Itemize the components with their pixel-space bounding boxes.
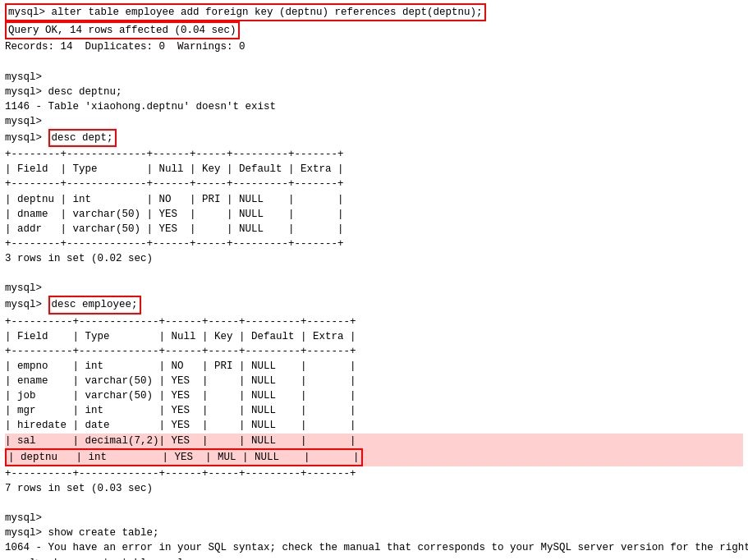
- prompt1: mysql>: [5, 70, 743, 85]
- blank2: [5, 266, 743, 281]
- redbox-desc-employee: desc employee;: [48, 296, 141, 314]
- redbox-desc-dept: desc dept;: [48, 129, 117, 147]
- terminal: mysql> alter table employee add foreign …: [0, 0, 748, 560]
- prompt2: mysql>: [5, 114, 743, 129]
- show-create-table-err-cmd: mysql> show create table;: [5, 526, 743, 540]
- records-line: Records: 14 Duplicates: 0 Warnings: 0: [5, 39, 743, 54]
- emp-table-header: | Field | Type | Null | Key | Default | …: [5, 329, 743, 344]
- emp-table-border1: +----------+-------------+------+-----+-…: [5, 314, 743, 329]
- query-ok: Query OK, 14 rows affected (0.04 sec): [5, 21, 743, 39]
- dept-table-border3: +--------+-------------+------+-----+---…: [5, 236, 743, 251]
- alter-table-cmd: mysql> alter table employee add foreign …: [5, 3, 743, 21]
- emp-rows-info: 7 rows in set (0.03 sec): [5, 481, 743, 496]
- emp-table-border3: +----------+-------------+------+-----+-…: [5, 466, 743, 481]
- redbox-alter: mysql> alter table employee add foreign …: [5, 3, 486, 21]
- dept-table-header: | Field | Type | Null | Key | Default | …: [5, 162, 743, 177]
- redbox-queryok: Query OK, 14 rows affected (0.04 sec): [5, 21, 240, 39]
- error-deptnu: 1146 - Table 'xiaohong.deptnu' doesn't e…: [5, 99, 743, 114]
- dept-table-border1: +--------+-------------+------+-----+---…: [5, 147, 743, 162]
- dept-row-deptnu: | deptnu | int | NO | PRI | NULL | |: [5, 192, 743, 207]
- dept-row-dname: | dname | varchar(50) | YES | | NULL | |: [5, 207, 743, 222]
- dept-rows-info: 3 rows in set (0.02 sec): [5, 251, 743, 266]
- blank1: [5, 54, 743, 69]
- emp-row-sal: | sal | decimal(7,2)| YES | | NULL | |: [5, 434, 743, 448]
- desc-deptnu-cmd: mysql> desc deptnu;: [5, 85, 743, 99]
- desc-dept-cmd: mysql> desc dept;: [5, 129, 743, 147]
- emp-row-deptnu: | deptnu | int | YES | MUL | NULL | |: [5, 448, 743, 466]
- prompt4: mysql>: [5, 511, 743, 526]
- line-alter-table: mysql> alter table employee add foreign …: [5, 3, 743, 54]
- emp-row-empno: | empno | int | NO | PRI | NULL | |: [5, 359, 743, 374]
- redbox-deptnu-row: | deptnu | int | YES | MUL | NULL | |: [5, 448, 363, 466]
- desc-employee-cmd: mysql> desc employee;: [5, 296, 743, 314]
- show-create-table-cmd: mysql> show create table employee;: [5, 556, 743, 561]
- dept-row-addr: | addr | varchar(50) | YES | | NULL | |: [5, 222, 743, 236]
- emp-row-ename: | ename | varchar(50) | YES | | NULL | |: [5, 374, 743, 388]
- emp-row-mgr: | mgr | int | YES | | NULL | |: [5, 403, 743, 418]
- dept-table-border2: +--------+-------------+------+-----+---…: [5, 177, 743, 191]
- prompt3: mysql>: [5, 281, 743, 296]
- emp-table-border2: +----------+-------------+------+-----+-…: [5, 344, 743, 359]
- blank3: [5, 496, 743, 511]
- error-sql-syntax: 1064 - You have an error in your SQL syn…: [5, 540, 743, 555]
- emp-row-hiredate: | hiredate | date | YES | | NULL | |: [5, 418, 743, 433]
- emp-row-job: | job | varchar(50) | YES | | NULL | |: [5, 388, 743, 403]
